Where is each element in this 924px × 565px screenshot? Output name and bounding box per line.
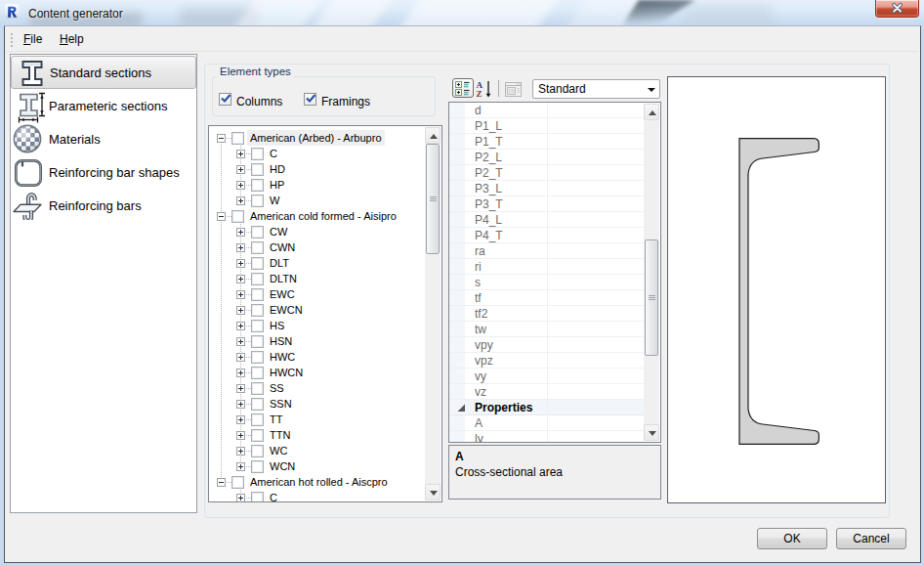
svg-text:Z: Z: [477, 89, 483, 99]
